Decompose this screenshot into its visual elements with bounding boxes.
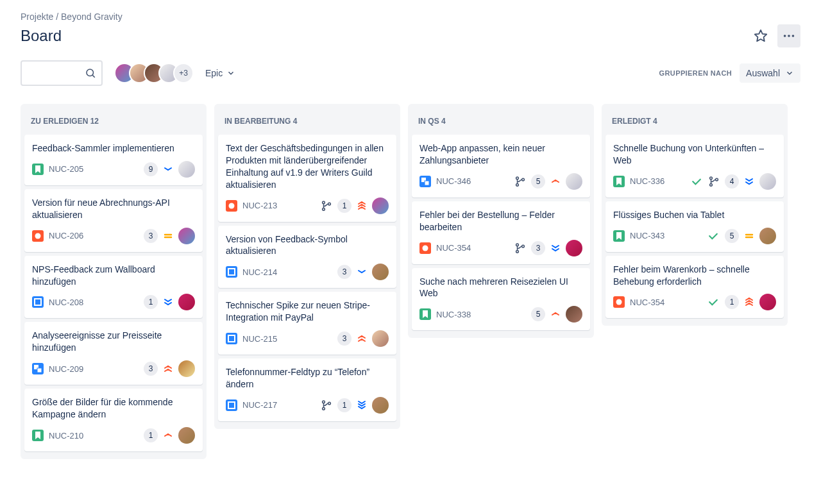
- story-points-badge: 1: [725, 295, 739, 309]
- card-title: Version für neue Abrechnungs-API aktuali…: [32, 197, 195, 221]
- issue-card[interactable]: NPS-Feedback zum Wallboard hinzufügenNUC…: [24, 256, 203, 319]
- svg-line-5: [92, 75, 94, 77]
- story-points-badge: 9: [144, 162, 158, 176]
- story-points-badge: 1: [144, 295, 158, 309]
- svg-rect-26: [226, 399, 237, 411]
- priority-icon: [744, 176, 754, 187]
- group-by-select[interactable]: Auswahl: [740, 63, 800, 83]
- story-points-badge: 3: [337, 265, 351, 279]
- issue-type-icon: [419, 176, 431, 187]
- group-by-label: GRUPPIEREN NACH: [659, 69, 732, 77]
- column-header: ZU ERLEDIGEN 12: [24, 108, 203, 135]
- branch-icon: [321, 399, 332, 411]
- assignee-avatar[interactable]: [759, 228, 776, 244]
- done-check-icon: [690, 175, 703, 188]
- issue-card[interactable]: Version von Feedback-Symbol aktualisiere…: [218, 226, 396, 289]
- issue-card[interactable]: Schnelle Buchung von Unterkünften – WebN…: [605, 135, 784, 197]
- board-column: IN QS 4Web-App anpassen, kein neuer Zahl…: [408, 104, 594, 338]
- card-title: Suche nach mehreren Reisezielen UI Web: [419, 276, 582, 300]
- column-header: ERLEDIGT 4: [605, 108, 784, 135]
- svg-rect-15: [37, 368, 42, 373]
- assignee-avatar[interactable]: [178, 228, 195, 244]
- issue-card[interactable]: Feedback-Sammler implementierenNUC-2059: [24, 135, 203, 185]
- assignee-avatar[interactable]: [178, 427, 195, 444]
- breadcrumb-project[interactable]: Beyond Gravity: [61, 12, 123, 22]
- card-title: Technischer Spike zur neuen Stripe-Integ…: [226, 299, 389, 324]
- issue-card[interactable]: Telefonnummer-Feldtyp zu “Telefon” änder…: [218, 358, 396, 421]
- search-field[interactable]: [27, 67, 85, 79]
- done-check-icon: [707, 230, 720, 242]
- branch-icon: [708, 176, 720, 187]
- avatar-more[interactable]: +3: [173, 63, 194, 83]
- svg-point-4: [87, 69, 94, 76]
- star-button[interactable]: [749, 24, 772, 47]
- issue-type-icon: [419, 242, 431, 254]
- assignee-avatar[interactable]: [372, 264, 389, 280]
- svg-point-18: [229, 203, 235, 208]
- issue-type-icon: [419, 308, 431, 320]
- story-points-badge: 1: [337, 398, 351, 412]
- svg-point-46: [716, 178, 718, 181]
- assignee-avatar[interactable]: [178, 360, 195, 377]
- epic-filter[interactable]: Epic: [205, 68, 235, 78]
- issue-key: NUC-354: [630, 298, 664, 307]
- assignee-avatar[interactable]: [759, 294, 776, 310]
- issue-card[interactable]: Größe der Bilder für die kommende Kampag…: [24, 389, 203, 451]
- story-points-badge: 1: [337, 199, 351, 213]
- priority-icon: [550, 309, 561, 319]
- chevron-down-icon: [785, 69, 794, 78]
- issue-card[interactable]: Technischer Spike zur neuen Stripe-Integ…: [218, 292, 396, 355]
- assignee-avatar[interactable]: [178, 294, 195, 310]
- issue-card[interactable]: Fehler beim Warenkorb – schnelle Behebun…: [605, 256, 784, 319]
- svg-point-34: [516, 177, 519, 180]
- breadcrumb-root[interactable]: Projekte: [21, 12, 53, 22]
- svg-point-29: [323, 407, 325, 410]
- assignee-avatar[interactable]: [372, 330, 389, 347]
- story-points-badge: 3: [144, 229, 158, 243]
- issue-type-icon: [32, 296, 44, 308]
- priority-icon: [550, 176, 561, 187]
- search-input[interactable]: [21, 60, 103, 86]
- priority-icon: [163, 297, 173, 307]
- assignee-avatar[interactable]: [566, 173, 582, 190]
- story-points-badge: 3: [144, 362, 158, 376]
- priority-icon: [357, 400, 367, 410]
- card-title: Analyseereignisse zur Preisseite hinzufü…: [32, 330, 195, 354]
- breadcrumb: Projekte / Beyond Gravity: [21, 12, 800, 22]
- issue-card[interactable]: Fehler bei der Bestellung – Felder bearb…: [412, 201, 590, 264]
- svg-point-51: [616, 299, 622, 305]
- issue-card[interactable]: Flüssiges Buchen via TabletNUC-3435: [605, 201, 784, 252]
- assignee-avatar[interactable]: [372, 397, 389, 414]
- issue-key: NUC-336: [630, 176, 664, 186]
- svg-point-39: [516, 243, 519, 246]
- card-title: Telefonnummer-Feldtyp zu “Telefon” änder…: [226, 366, 389, 391]
- branch-icon: [514, 242, 526, 254]
- svg-point-30: [328, 402, 331, 405]
- svg-point-2: [788, 35, 790, 37]
- issue-type-icon: [613, 230, 625, 242]
- issue-type-icon: [32, 164, 44, 175]
- svg-point-28: [323, 401, 325, 403]
- issue-type-icon: [226, 399, 237, 411]
- issue-card[interactable]: Version für neue Abrechnungs-API aktuali…: [24, 189, 203, 252]
- issue-card[interactable]: Analyseereignisse zur Preisseite hinzufü…: [24, 322, 203, 385]
- story-points-badge: 5: [531, 307, 545, 321]
- star-icon: [754, 29, 768, 43]
- column-header: IN QS 4: [412, 108, 590, 135]
- issue-key: NUC-210: [49, 431, 83, 441]
- priority-icon: [163, 164, 173, 174]
- card-title: Schnelle Buchung von Unterkünften – Web: [613, 142, 776, 167]
- assignee-avatar[interactable]: [372, 197, 389, 214]
- issue-card[interactable]: Web-App anpassen, kein neuer Zahlungsanb…: [412, 135, 590, 197]
- more-actions-button[interactable]: [777, 24, 800, 47]
- assignee-avatar[interactable]: [178, 161, 195, 178]
- assignee-avatar[interactable]: [759, 173, 776, 190]
- issue-card[interactable]: Text der Geschäftsbedingungen in allen P…: [218, 135, 396, 222]
- assignee-avatar[interactable]: [566, 306, 582, 323]
- issue-card[interactable]: Suche nach mehreren Reisezielen UI WebNU…: [412, 268, 590, 331]
- story-points-badge: 4: [725, 174, 739, 189]
- assignee-avatar[interactable]: [566, 240, 582, 256]
- issue-key: NUC-215: [242, 334, 277, 344]
- card-title: Fehler bei der Bestellung – Felder bearb…: [419, 209, 582, 233]
- branch-icon: [514, 176, 526, 187]
